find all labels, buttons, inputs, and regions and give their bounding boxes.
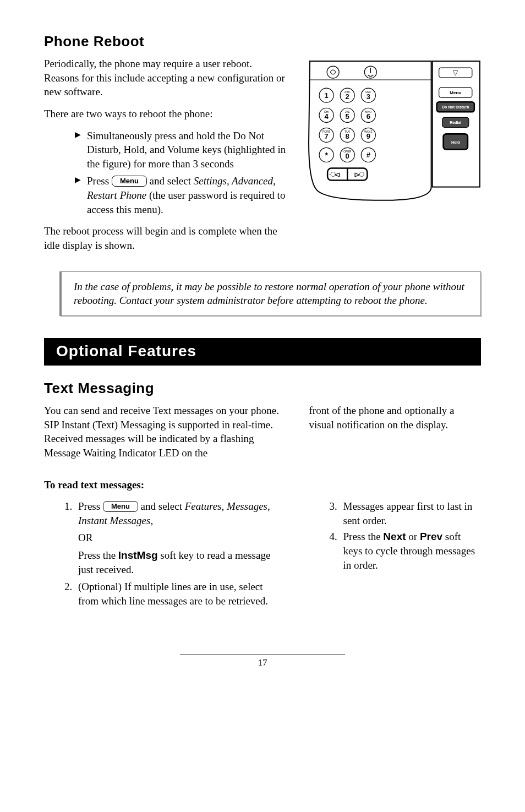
page-footer: 17 xyxy=(44,655,481,668)
key-3: 3 xyxy=(367,92,370,101)
dnd-button: Do Not Disturb xyxy=(442,105,469,109)
menu-button: Menu xyxy=(450,90,461,95)
step-3: Messages appear first to last in sent or… xyxy=(340,499,481,527)
para-reboot-intro: Periodically, the phone may require a us… xyxy=(44,57,288,99)
step-1: Press Menu and select Features, Messages… xyxy=(75,499,282,576)
step-2: (Optional) If multiple lines are in use,… xyxy=(75,580,282,608)
menu-key-icon: Menu xyxy=(103,501,138,512)
redial-button: Redial xyxy=(450,121,461,124)
svg-point-0 xyxy=(327,66,339,78)
key-2: 2 xyxy=(346,92,349,101)
text: Press the xyxy=(343,531,384,542)
text: Press xyxy=(78,500,103,512)
section-bar-optional-features: Optional Features xyxy=(44,338,481,366)
softkey-del-icon: ▽ xyxy=(453,69,458,77)
key-0: 0 xyxy=(346,152,349,160)
step-4: Press the Next or Prev soft keys to cycl… xyxy=(340,530,481,572)
key-9: 9 xyxy=(367,132,370,140)
text: Press xyxy=(87,175,112,187)
phone-svg: 1 ABC2 DEF3 GHI4 JKL5 MNO6 PQRS7 TUV8 WX… xyxy=(304,60,481,204)
key-5: 5 xyxy=(346,112,349,121)
softkey-next: Next xyxy=(383,531,406,542)
para-reboot-ways: There are two ways to reboot the phone: xyxy=(44,107,288,121)
step-1-alt: Press the InstMsg soft key to read a mes… xyxy=(78,548,282,576)
bullet-list: Simultaneously press and hold the Do Not… xyxy=(44,129,288,217)
footer-rule xyxy=(180,655,345,655)
read-steps-right: Messages appear first to last in sent or… xyxy=(309,499,481,572)
phone-figure: 1 ABC2 DEF3 GHI4 JKL5 MNO6 PQRS7 TUV8 WX… xyxy=(304,60,481,206)
para-reboot-complete: The reboot process will begin and is com… xyxy=(44,224,288,252)
key-4: 4 xyxy=(325,112,329,121)
note-box: In the case of problems, it may be possi… xyxy=(59,271,481,316)
text: Press the xyxy=(78,549,118,561)
key-hash: # xyxy=(367,151,371,159)
hold-button: Hold xyxy=(451,140,460,144)
key-1: 1 xyxy=(325,91,329,100)
softkey-prev: Prev xyxy=(420,531,442,542)
page-number: 17 xyxy=(258,657,267,668)
para-textmsg-left: You can send and receive Text messages o… xyxy=(44,404,282,460)
text: and select xyxy=(150,175,194,187)
text: or xyxy=(408,531,420,542)
key-7: 7 xyxy=(325,132,329,140)
text: and select xyxy=(141,500,185,512)
para-textmsg-right: front of the phone and optionally a visu… xyxy=(309,404,481,432)
menu-key-icon: Menu xyxy=(112,176,147,187)
heading-text-messaging: Text Messaging xyxy=(44,380,481,397)
bullet-press-hold: Simultaneously press and hold the Do Not… xyxy=(75,129,288,171)
bullet-press-menu: Press Menu and select Settings, Advanced… xyxy=(75,174,288,216)
key-star: * xyxy=(325,150,328,160)
heading-read-messages: To read text messages: xyxy=(44,478,481,492)
softkey-instmsg: InstMsg xyxy=(118,549,158,561)
heading-phone-reboot: Phone Reboot xyxy=(44,33,481,50)
key-8: 8 xyxy=(346,132,349,140)
text-or: OR xyxy=(78,531,282,545)
read-steps-left: Press Menu and select Features, Messages… xyxy=(44,499,282,608)
key-6: 6 xyxy=(367,112,370,121)
